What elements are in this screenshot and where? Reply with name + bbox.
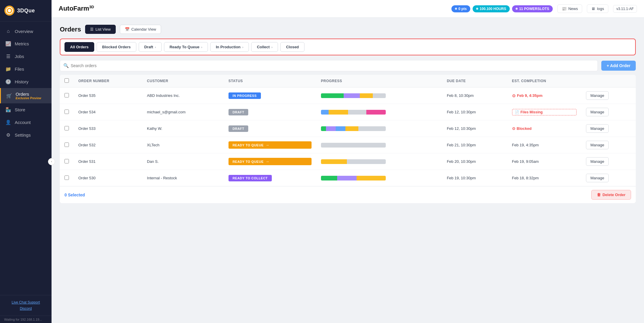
filter-all-orders[interactable]: All Orders (64, 42, 94, 52)
action-cell: Manage (581, 137, 636, 153)
status-cell: READY TO COLLECT (224, 170, 316, 186)
order-number-cell: Order 532 (74, 137, 142, 153)
progress-segment (344, 93, 360, 98)
est-completion-cell: Feb 18, 8:32pm (507, 170, 581, 186)
sidebar-item-files[interactable]: 📁 Files (0, 63, 52, 75)
rtq-arrow-icon: › (201, 45, 202, 49)
list-view-button[interactable]: ☰ List View (85, 25, 116, 34)
manage-button-535[interactable]: Manage (586, 91, 609, 100)
manage-button-533[interactable]: Manage (586, 124, 609, 133)
home-icon: ⌂ (5, 29, 11, 34)
sidebar-item-history[interactable]: 🕐 History (0, 75, 52, 88)
add-order-button[interactable]: + Add Order (601, 61, 636, 71)
table-row: Order 533Kathy W.DRAFTFeb 12, 10:30pm⊙Bl… (60, 120, 636, 137)
progress-bar (321, 126, 386, 131)
progress-cell (316, 153, 442, 170)
col-status: Status (224, 75, 316, 87)
row-534-checkbox[interactable] (64, 110, 69, 114)
manage-button-532[interactable]: Manage (586, 141, 609, 149)
selected-count: 0 Selected (64, 193, 85, 197)
filter-in-production[interactable]: In Production › (210, 42, 249, 52)
delete-order-button[interactable]: 🗑 Delete Order (591, 190, 631, 200)
due-date-cell: Feb 20, 10:30pm (442, 153, 507, 170)
powerslots-label: 11 POWERSLOTS (519, 7, 549, 11)
status-badge: READY TO QUEUE → (229, 158, 312, 165)
table-row: Order 534michael_s@gmail.comDRAFTFeb 12,… (60, 104, 636, 120)
sidebar-item-jobs[interactable]: ☰ Jobs (0, 50, 52, 63)
filter-draft[interactable]: Draft › (139, 42, 162, 52)
app-title: AutoFarm3D (59, 5, 447, 12)
filter-closed[interactable]: Closed (280, 42, 304, 52)
table-row: Order 530Internal - RestockREADY TO COLL… (60, 170, 636, 186)
bottom-row: 0 Selected 🗑 Delete Order (60, 186, 636, 203)
rtq-arrow: → (265, 143, 269, 147)
progress-segment (321, 176, 337, 180)
table-row: Order 532XLTechREADY TO QUEUE →Feb 21, 1… (60, 137, 636, 153)
action-cell: Manage (581, 153, 636, 170)
trash-icon: 🗑 (597, 193, 601, 197)
sidebar-item-metrics[interactable]: 📈 Metrics (0, 37, 52, 50)
row-535-checkbox[interactable] (64, 93, 69, 97)
sidebar-item-store[interactable]: 🏪 Store (0, 103, 52, 116)
filter-production-label: In Production (216, 45, 241, 49)
sidebar-item-account[interactable]: 👤 Account (0, 116, 52, 129)
filter-ready-to-queue[interactable]: Ready To Queue › (164, 42, 208, 52)
due-date-cell: Feb 12, 10:30pm (442, 120, 507, 137)
powerslots-badge[interactable]: 11 POWERSLOTS (512, 5, 553, 12)
pts-badge[interactable]: 0 pts (451, 5, 470, 12)
discord-link[interactable]: Discord (5, 306, 46, 312)
sidebar-item-orders[interactable]: 🛒 Orders Exclusive Preview (0, 88, 52, 103)
manage-button-530[interactable]: Manage (586, 174, 609, 182)
hours-badge[interactable]: 100.100 HOURS (473, 5, 510, 12)
progress-segment (337, 176, 357, 180)
logo-icon (4, 5, 15, 16)
logs-button[interactable]: 🖥 logs (587, 4, 608, 13)
news-button[interactable]: 📰 News (557, 4, 582, 13)
row-531-checkbox[interactable] (64, 159, 69, 163)
row-532-checkbox[interactable] (64, 143, 69, 147)
sidebar-item-settings[interactable]: ⚙ Settings (0, 129, 52, 141)
news-label: News (568, 6, 578, 11)
metrics-icon: 📈 (5, 41, 11, 47)
search-input[interactable] (60, 60, 598, 71)
delete-order-label: Delete Order (602, 193, 625, 197)
add-order-label: + Add Order (607, 63, 630, 68)
sidebar-collapse-button[interactable]: ‹ (48, 158, 55, 165)
progress-segment (321, 143, 386, 148)
sidebar-item-overview[interactable]: ⌂ Overview (0, 25, 52, 37)
manage-button-534[interactable]: Manage (586, 108, 609, 116)
status-cell: DRAFT (224, 120, 316, 137)
status-badge: IN PROGRESS (229, 92, 261, 99)
due-date-cell: Feb 21, 10:30pm (442, 137, 507, 153)
select-all-checkbox[interactable] (64, 78, 69, 83)
row-checkbox-cell (60, 104, 74, 120)
row-533-checkbox[interactable] (64, 126, 69, 130)
search-row: 🔍 + Add Order (60, 60, 636, 71)
row-530-checkbox[interactable] (64, 175, 69, 180)
progress-segment (357, 176, 386, 180)
logs-icon: 🖥 (591, 6, 595, 11)
manage-button-531[interactable]: Manage (586, 157, 609, 166)
calendar-view-button[interactable]: 📅 Calendar View (120, 25, 161, 34)
live-chat-link[interactable]: Live Chat Support (5, 299, 46, 305)
sidebar-logo: 3DQue (0, 0, 52, 21)
progress-bar (321, 110, 386, 115)
progress-segment (347, 159, 386, 164)
row-checkbox-cell (60, 137, 74, 153)
progress-cell (316, 120, 442, 137)
action-cell: Manage (581, 87, 636, 104)
select-all-header[interactable] (60, 75, 74, 87)
due-date-cell: Feb 19, 10:30pm (442, 170, 507, 186)
order-number-cell: Order 535 (74, 87, 142, 104)
filter-collect[interactable]: Collect › (251, 42, 278, 52)
logs-label: logs (597, 6, 604, 11)
progress-bar (321, 93, 386, 98)
warning-icon: ⊙ (512, 93, 516, 98)
account-icon: 👤 (5, 120, 11, 125)
progress-segment (321, 126, 326, 131)
list-view-label: List View (95, 27, 111, 32)
sidebar-label-jobs: Jobs (15, 54, 24, 59)
svg-point-2 (8, 9, 11, 12)
progress-bar (321, 143, 386, 148)
filter-blocked-orders[interactable]: Blocked Orders (97, 42, 136, 52)
